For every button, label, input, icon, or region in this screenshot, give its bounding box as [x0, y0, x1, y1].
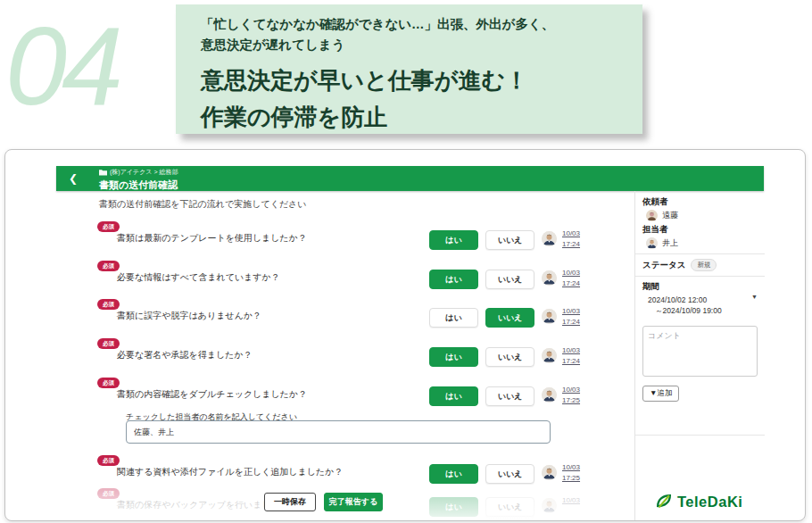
timestamp-time[interactable]: 17:25 — [562, 396, 580, 404]
status-row: ステータス 新規 — [642, 259, 758, 271]
section-number: 04 — [5, 5, 118, 127]
period-section: 期間 2024/10/02 12:00 ～2024/10/09 19:00 ▼ — [642, 281, 758, 317]
app-screenshot-card: ❮ (株)アイテクス > 総務部 書類の送付前確認 書類の送付前確認を下記の流れ… — [4, 149, 806, 521]
required-badge: 必須 — [97, 488, 120, 499]
comment-textarea[interactable] — [642, 326, 758, 377]
detail-sidebar: 依頼者 遠藤 担当者 井上 ステータス 新規 期間 2024/10/02 12:… — [634, 191, 765, 521]
timestamp-date[interactable]: 10/03 — [562, 346, 580, 354]
yes-button[interactable]: はい — [429, 386, 478, 406]
name-input[interactable] — [126, 420, 551, 444]
divider — [635, 253, 765, 254]
no-button[interactable]: いいえ — [485, 230, 534, 250]
checklist: 書類の送付前確認を下記の流れで実施してください 必須 書類は最新のテンプレートを… — [56, 191, 634, 521]
headline-line-2: 作業の停滞を防止 — [201, 104, 387, 130]
timestamp-link[interactable]: 10/0317:24 — [562, 306, 580, 327]
footer-actions: 一時保存 完了報告する — [264, 493, 383, 511]
timestamp-link[interactable]: 10/0317:25 — [562, 462, 580, 483]
headline-line-1: 意思決定が早いと仕事が進む！ — [201, 67, 528, 94]
timestamp-time[interactable]: 17:25 — [562, 474, 580, 482]
status-label: ステータス — [642, 260, 685, 271]
assignee-label: 担当者 — [642, 224, 758, 236]
timestamp-date[interactable]: 10/03 — [562, 496, 580, 504]
avatar — [542, 465, 557, 480]
breadcrumb[interactable]: (株)アイテクス > 総務部 — [99, 168, 178, 177]
no-button[interactable]: いいえ — [485, 270, 534, 289]
checklist-row: 必須 必要な署名や承認を得ましたか？ はい いいえ 10/0317:24 — [56, 338, 634, 370]
timestamp-date[interactable]: 10/03 — [562, 269, 580, 277]
checklist-row: 必須 書類は最新のテンプレートを使用しましたか？ はい いいえ 10/0317:… — [56, 221, 634, 253]
problem-line-1: 「忙しくてなかなか確認ができない…」出張、外出が多く、 — [201, 17, 554, 31]
brand-logo: TeleDaKi — [655, 493, 742, 508]
problem-line-2: 意思決定が遅れてしまう — [201, 37, 345, 52]
required-badge: 必須 — [97, 455, 120, 466]
question-text: 書類は最新のテンプレートを使用しましたか？ — [117, 232, 307, 245]
no-button[interactable]: いいえ — [485, 497, 534, 517]
timestamp-date[interactable]: 10/03 — [562, 229, 580, 237]
brand-name: TeleDaKi — [677, 493, 742, 508]
checklist-row: 必須 関連する資料や添付ファイルを正しく追加しましたか？ はい いいえ 10/0… — [56, 455, 634, 487]
period-end[interactable]: ～2024/10/09 19:00 — [655, 306, 758, 317]
page-title: 書類の送付前確認 — [99, 178, 178, 192]
required-badge: 必須 — [97, 338, 120, 349]
no-button[interactable]: いいえ — [485, 347, 534, 367]
period-label: 期間 — [642, 281, 758, 293]
timestamp-time[interactable]: 17:24 — [562, 279, 580, 287]
divider — [635, 435, 765, 436]
save-draft-button[interactable]: 一時保存 — [264, 493, 316, 511]
question-text: 書類の内容確認をダブルチェックしましたか？ — [117, 388, 307, 401]
avatar — [542, 387, 557, 403]
hero-box: 「忙しくてなかなか確認ができない…」出張、外出が多く、意思決定が遅れてしまう 意… — [176, 4, 642, 134]
yes-button[interactable]: はい — [429, 230, 478, 250]
folder-icon — [99, 169, 107, 176]
chevron-down-icon[interactable]: ▼ — [751, 294, 758, 300]
question-text: 書類に誤字や脱字はありませんか？ — [117, 310, 261, 322]
avatar — [542, 498, 557, 513]
question-text: 関連する資料や添付ファイルを正しく追加しましたか？ — [117, 466, 344, 478]
timestamp-link[interactable]: 10/0317:24 — [562, 345, 580, 366]
timestamp-date[interactable]: 10/03 — [562, 386, 580, 394]
timestamp-link[interactable]: 10/0317:25 — [562, 385, 580, 405]
timestamp-date[interactable]: 10/03 — [562, 463, 580, 471]
yes-button[interactable]: はい — [429, 464, 478, 484]
requester-avatar — [646, 210, 658, 221]
required-badge: 必須 — [97, 221, 120, 232]
yes-button[interactable]: はい — [429, 270, 478, 289]
avatar — [542, 270, 557, 286]
timestamp-time[interactable]: 17:24 — [562, 357, 580, 365]
yes-button[interactable]: はい — [429, 347, 478, 367]
avatar — [542, 231, 557, 246]
requester-label: 依頼者 — [642, 196, 758, 208]
required-badge: 必須 — [97, 261, 120, 271]
requester-name: 遠藤 — [662, 210, 678, 221]
no-button[interactable]: いいえ — [485, 308, 534, 328]
app-header: ❮ (株)アイテクス > 総務部 書類の送付前確認 — [56, 166, 764, 191]
timestamp-link[interactable]: 10/0317:24 — [562, 268, 580, 288]
yes-button[interactable]: はい — [429, 308, 478, 328]
timestamp-link[interactable]: 10/0317:24 — [562, 228, 580, 249]
timestamp-date[interactable]: 10/03 — [562, 307, 580, 315]
requester-row: 遠藤 — [646, 210, 758, 221]
leaf-icon — [655, 493, 673, 508]
problem-statement: 「忙しくてなかなか確認ができない…」出張、外出が多く、意思決定が遅れてしまう — [201, 14, 634, 55]
add-button[interactable]: ▼追加 — [642, 386, 679, 402]
timestamp-time[interactable]: 17:24 — [562, 240, 580, 248]
back-button[interactable]: ❮ — [69, 172, 78, 185]
status-badge: 新規 — [691, 259, 717, 271]
timestamp-link[interactable]: 10/03 — [562, 495, 580, 506]
question-text: 必要な情報はすべて含まれていますか？ — [117, 271, 280, 284]
divider — [635, 276, 765, 277]
no-button[interactable]: いいえ — [485, 386, 534, 406]
breadcrumb-text[interactable]: (株)アイテクス > 総務部 — [110, 168, 178, 177]
checklist-row: 必須 必要な情報はすべて含まれていますか？ はい いいえ 10/0317:24 — [56, 261, 634, 293]
complete-report-button[interactable]: 完了報告する — [324, 493, 383, 511]
period-start[interactable]: 2024/10/02 12:00 — [648, 295, 758, 304]
assignee-avatar — [646, 237, 658, 249]
assignee-name: 井上 — [662, 237, 678, 249]
no-button[interactable]: いいえ — [485, 464, 534, 484]
timestamp-time[interactable]: 17:24 — [562, 318, 580, 326]
assignee-row: 井上 — [646, 237, 758, 249]
checklist-row: 必須 書類の内容確認をダブルチェックしましたか？ はい いいえ 10/0317:… — [56, 378, 634, 410]
question-text: 必要な署名や承認を得ましたか？ — [117, 349, 253, 361]
required-badge: 必須 — [97, 299, 120, 310]
yes-button[interactable]: はい — [429, 497, 478, 517]
